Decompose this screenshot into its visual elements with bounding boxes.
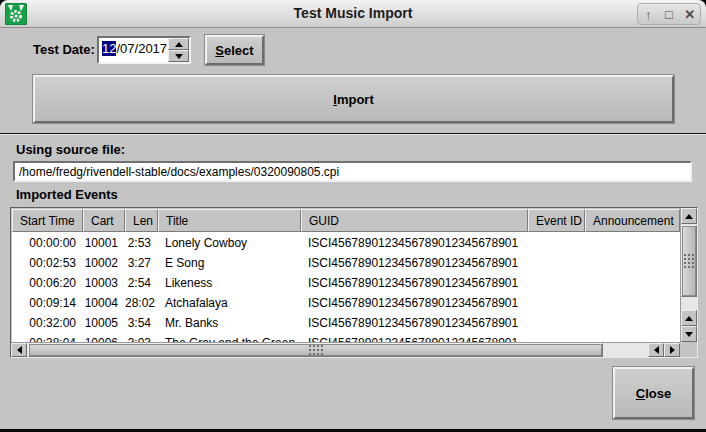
table-body: 00:00:00 10001 2:53 Lonely Cowboy ISCI45… — [12, 232, 680, 342]
cell-start-time: 00:09:14 — [12, 292, 83, 312]
cell-announcement — [585, 312, 680, 332]
scroll-up-icon — [685, 214, 693, 219]
cell-start-time: 00:00:00 — [12, 232, 83, 252]
test-date-label: Test Date: — [33, 42, 95, 57]
cell-event-id — [528, 252, 585, 272]
imported-events-label: Imported Events — [16, 187, 118, 202]
cell-len: 2:53 — [125, 232, 158, 252]
scroll-left-button[interactable] — [11, 343, 27, 357]
cell-guid: ISCI4567890123456789012345678901 — [301, 332, 528, 342]
spin-up-icon — [175, 42, 183, 47]
cell-cart: 10002 — [83, 252, 125, 272]
close-button[interactable]: Close — [613, 367, 694, 419]
cell-start-time: 00:32:00 — [12, 312, 83, 332]
import-rest: mport — [337, 92, 374, 107]
table-row[interactable]: 00:32:00 10005 3:54 Mr. Banks ISCI456789… — [12, 312, 680, 332]
shade-window-icon[interactable]: ↑ — [639, 5, 657, 23]
vertical-scrollbar[interactable] — [680, 208, 697, 342]
thumb-grip — [684, 254, 694, 268]
cell-title: Mr. Banks — [158, 312, 301, 332]
cell-event-id — [528, 232, 585, 252]
cell-title: Likeness — [158, 272, 301, 292]
cell-start-time: 00:06:20 — [12, 272, 83, 292]
close-window-icon[interactable]: ✕ — [681, 5, 699, 23]
cell-announcement — [585, 292, 680, 312]
table-row[interactable]: 00:09:14 10004 28:02 Atchafalaya ISCI456… — [12, 292, 680, 312]
cell-title: The Gray and the Green — [158, 332, 301, 342]
cell-cart: 10006 — [83, 332, 125, 342]
cell-cart: 10001 — [83, 232, 125, 252]
cell-guid: ISCI4567890123456789012345678901 — [301, 312, 528, 332]
horizontal-scroll-thumb[interactable] — [28, 343, 603, 357]
import-button[interactable]: Import — [33, 75, 674, 123]
window-controls: ↑ □ ✕ — [637, 3, 701, 25]
test-date-value[interactable]: 12/07/2017 — [99, 38, 168, 62]
cell-len: 3:27 — [125, 252, 158, 272]
source-file-input[interactable]: /home/fredg/rivendell-stable/docs/exampl… — [13, 161, 692, 182]
cell-event-id — [528, 292, 585, 312]
cell-guid: ISCI4567890123456789012345678901 — [301, 252, 528, 272]
col-header-cart[interactable]: Cart — [83, 209, 125, 232]
close-accel: C — [636, 386, 645, 401]
cell-len: 2:54 — [125, 272, 158, 292]
scroll-left-icon — [17, 346, 22, 354]
scroll-right-button[interactable] — [664, 343, 680, 357]
cell-cart: 10004 — [83, 292, 125, 312]
table-row[interactable]: 00:38:04 10006 3:03 The Gray and the Gre… — [12, 332, 680, 342]
close-rest: lose — [645, 386, 671, 401]
cell-announcement — [585, 332, 680, 342]
cell-len: 3:03 — [125, 332, 158, 342]
scroll-up-button[interactable] — [681, 208, 697, 224]
col-header-guid[interactable]: GUID — [301, 209, 528, 232]
cell-cart: 10003 — [83, 272, 125, 292]
cell-announcement — [585, 272, 680, 292]
test-date-spinbox[interactable]: 12/07/2017 — [97, 36, 191, 64]
horizontal-scrollbar[interactable] — [11, 342, 680, 357]
cell-title: Atchafalaya — [158, 292, 301, 312]
spin-down-button[interactable] — [168, 50, 189, 62]
table-header-row: Start Time Cart Len Title GUID Event ID … — [12, 209, 680, 232]
window-title: Test Music Import — [0, 5, 706, 21]
cell-len: 3:54 — [125, 312, 158, 332]
vertical-scroll-thumb[interactable] — [681, 225, 697, 297]
cell-title: Lonely Cowboy — [158, 232, 301, 252]
col-header-title[interactable]: Title — [158, 209, 301, 232]
select-accel: S — [215, 43, 224, 58]
scroll-up-button-bottom[interactable] — [681, 310, 697, 326]
table-grid: Start Time Cart Len Title GUID Event ID … — [12, 209, 680, 342]
select-rest: elect — [224, 43, 254, 58]
cell-cart: 10005 — [83, 312, 125, 332]
imported-events-table: Start Time Cart Len Title GUID Event ID … — [10, 207, 698, 358]
scroll-left-icon — [654, 346, 659, 354]
spin-up-button[interactable] — [168, 38, 189, 50]
cell-announcement — [585, 232, 680, 252]
scroll-down-button[interactable] — [681, 326, 697, 342]
date-selected-text: 12 — [102, 41, 116, 56]
cell-announcement — [585, 252, 680, 272]
table-row[interactable]: 00:02:53 10002 3:27 E Song ISCI456789012… — [12, 252, 680, 272]
date-rest-text: /07/2017 — [116, 41, 167, 56]
source-file-label: Using source file: — [16, 142, 125, 157]
scroll-up-icon — [685, 316, 693, 321]
scroll-down-icon — [685, 332, 693, 337]
cell-event-id — [528, 332, 585, 342]
col-header-start-time[interactable]: Start Time — [12, 209, 83, 232]
col-header-announcement[interactable]: Announcement — [585, 209, 680, 232]
cell-guid: ISCI4567890123456789012345678901 — [301, 272, 528, 292]
spin-arrows — [168, 38, 189, 62]
select-date-button[interactable]: Select — [205, 35, 264, 65]
maximize-window-icon[interactable]: □ — [660, 5, 678, 23]
col-header-len[interactable]: Len — [125, 209, 158, 232]
separator-line — [0, 133, 706, 135]
spin-down-icon — [175, 54, 183, 59]
col-header-event-id[interactable]: Event ID — [528, 209, 585, 232]
test-music-import-window: Test Music Import ↑ □ ✕ Test Date: 12/07… — [0, 0, 706, 432]
cell-event-id — [528, 272, 585, 292]
cell-guid: ISCI4567890123456789012345678901 — [301, 232, 528, 252]
cell-start-time: 00:38:04 — [12, 332, 83, 342]
table-row[interactable]: 00:06:20 10003 2:54 Likeness ISCI4567890… — [12, 272, 680, 292]
scroll-left-button-right[interactable] — [648, 343, 664, 357]
cell-event-id — [528, 312, 585, 332]
table-row[interactable]: 00:00:00 10001 2:53 Lonely Cowboy ISCI45… — [12, 232, 680, 252]
scroll-right-icon — [670, 346, 675, 354]
